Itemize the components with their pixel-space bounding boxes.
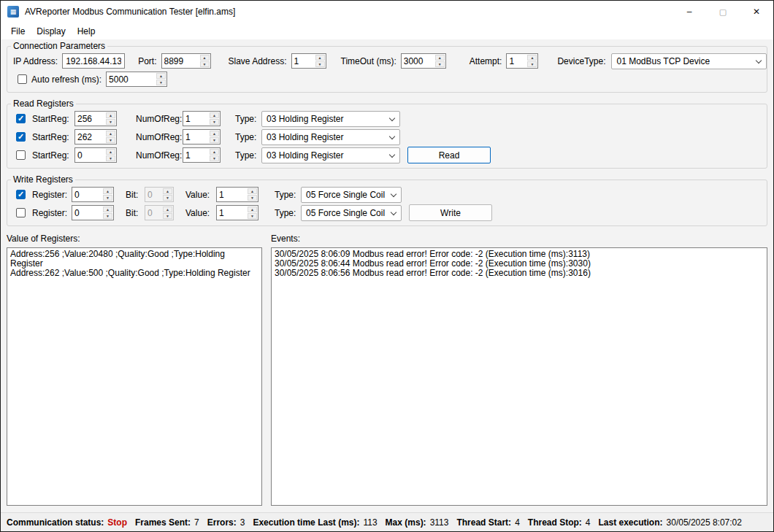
write-enable-checkbox[interactable] — [16, 208, 26, 217]
combo-chevron-icon — [756, 58, 762, 64]
startreg-input[interactable] — [75, 130, 105, 144]
spin-up-button[interactable] — [248, 188, 257, 194]
spin-down-button[interactable] — [106, 137, 115, 143]
read-type-combobox[interactable]: 03 Holding Register — [261, 111, 400, 127]
menu-item-help[interactable]: Help — [72, 24, 101, 39]
spin-down-button[interactable] — [527, 61, 537, 67]
write-button[interactable]: Write — [409, 204, 492, 221]
menu-item-file[interactable]: File — [5, 24, 31, 39]
spin-down-button[interactable] — [210, 137, 219, 143]
status-value: 7 — [194, 517, 199, 528]
startreg-spinner — [74, 129, 117, 144]
errors: Errors: 3 — [207, 517, 245, 528]
spin-down-button[interactable] — [315, 61, 325, 67]
spin-down-button[interactable] — [435, 61, 445, 67]
spin-up-button[interactable] — [210, 131, 219, 136]
titlebar: ▦ AVReporter Modbus Communication Tester… — [1, 1, 773, 23]
register-label: Register: — [32, 190, 67, 200]
app-window: ▦ AVReporter Modbus Communication Tester… — [0, 0, 774, 532]
type-label: Type: — [235, 114, 257, 124]
auto-refresh-checkbox[interactable] — [18, 74, 27, 84]
read-enable-checkbox[interactable] — [16, 150, 26, 160]
minimize-button[interactable]: – — [673, 1, 706, 23]
thread-start: Thread Start: 4 — [456, 517, 519, 528]
value-label: Value: — [185, 208, 212, 218]
spin-up-button[interactable] — [156, 73, 166, 79]
menu-item-display[interactable]: Display — [31, 24, 71, 39]
group-title: Read Registers — [11, 99, 76, 109]
window-title: AVReporter Modbus Communication Tester [… — [25, 7, 235, 17]
group-title: Write Registers — [11, 174, 75, 185]
spin-down-button[interactable] — [103, 195, 112, 201]
value-spinner — [216, 205, 258, 220]
spin-up-button[interactable] — [210, 112, 219, 118]
status-value: 4 — [586, 517, 591, 528]
slave-address-input[interactable] — [292, 54, 315, 68]
combobox-value: 03 Holding Register — [267, 114, 385, 124]
read-type-combobox[interactable]: 03 Holding Register — [261, 147, 400, 163]
read-register-row: StartReg: NumOfReg: Type: 03 Holding Reg… — [7, 109, 767, 128]
close-button[interactable]: ✕ — [740, 1, 773, 23]
spin-down-button[interactable] — [103, 213, 112, 219]
bit-input — [145, 188, 162, 201]
attempt-input[interactable] — [507, 54, 526, 68]
startreg-input[interactable] — [75, 112, 105, 126]
spin-up-button[interactable] — [106, 149, 115, 155]
read-type-combobox[interactable]: 03 Holding Register — [261, 129, 400, 145]
value-input[interactable] — [217, 206, 247, 220]
spin-down-button[interactable] — [106, 119, 115, 125]
type-label: Type: — [235, 132, 257, 142]
port-spinner — [161, 53, 211, 69]
spin-up-button[interactable] — [315, 55, 325, 61]
spin-down-button[interactable] — [210, 155, 219, 161]
read-enable-checkbox[interactable] — [16, 132, 26, 142]
spin-down-button[interactable] — [200, 61, 210, 67]
auto-refresh-input[interactable] — [107, 72, 156, 86]
value-registers-box[interactable]: Address:256 ;Value:20480 ;Quality:Good ;… — [7, 247, 262, 506]
events-box[interactable]: 30/05/2025 8:06:09 Modbus read error! Er… — [271, 247, 767, 506]
output-panels: Value of Registers: Address:256 ;Value:2… — [7, 232, 767, 512]
maximize-button[interactable]: ▢ — [706, 1, 740, 23]
ip-address-input[interactable] — [62, 53, 125, 69]
device-type-combobox[interactable]: 01 ModBus TCP Device — [611, 53, 767, 69]
port-input[interactable] — [162, 54, 199, 68]
spin-up-button[interactable] — [200, 55, 210, 61]
timeout-input[interactable] — [402, 54, 434, 68]
value-registers-panel: Value of Registers: Address:256 ;Value:2… — [7, 232, 262, 506]
timeout-spinner — [401, 53, 446, 69]
combo-chevron-icon — [389, 134, 395, 140]
write-type-combobox[interactable]: 05 Force Single Coil — [301, 205, 402, 221]
spin-down-button[interactable] — [156, 80, 166, 85]
group-title: Connection Parameters — [11, 41, 107, 51]
spin-up-button[interactable] — [210, 149, 219, 155]
spin-up-button[interactable] — [248, 207, 257, 212]
value-input[interactable] — [217, 188, 247, 201]
spin-up-button[interactable] — [106, 112, 115, 118]
register-input[interactable] — [72, 188, 102, 201]
read-enable-checkbox[interactable] — [16, 114, 26, 123]
numofreg-input[interactable] — [183, 148, 209, 162]
spin-down-button[interactable] — [210, 119, 219, 125]
write-type-combobox[interactable]: 05 Force Single Coil — [301, 187, 402, 203]
spin-down-button — [163, 195, 172, 201]
numofreg-input[interactable] — [183, 130, 209, 144]
read-button[interactable]: Read — [407, 147, 491, 163]
spin-up-button[interactable] — [527, 55, 537, 61]
spin-up-button — [163, 188, 172, 194]
spin-down-button[interactable] — [106, 155, 115, 161]
thread-stop: Thread Stop: 4 — [528, 517, 591, 528]
spin-down-button[interactable] — [248, 213, 257, 219]
register-input[interactable] — [72, 206, 102, 220]
spin-down-button[interactable] — [248, 195, 257, 201]
combo-chevron-icon — [391, 192, 396, 198]
type-label: Type: — [275, 190, 296, 200]
numofreg-input[interactable] — [183, 112, 209, 126]
spin-up-button[interactable] — [103, 188, 112, 194]
spin-up-button[interactable] — [103, 207, 112, 212]
status-value: 30/05/2025 8:07:02 — [667, 517, 742, 528]
device-type-label: DeviceType: — [557, 56, 605, 66]
write-enable-checkbox[interactable] — [16, 190, 26, 199]
spin-up-button[interactable] — [106, 131, 115, 136]
spin-up-button[interactable] — [435, 55, 445, 61]
startreg-input[interactable] — [75, 148, 105, 162]
